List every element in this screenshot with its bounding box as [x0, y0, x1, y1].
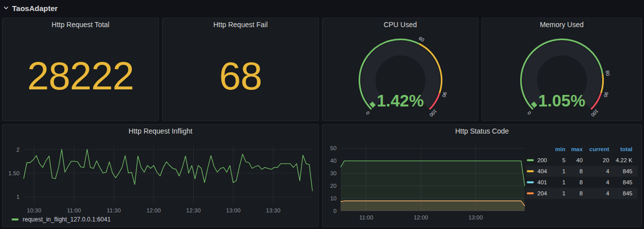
svg-text:80: 80	[604, 70, 611, 76]
svg-text:0: 0	[365, 110, 371, 116]
legend-series-label[interactable]: 200	[526, 155, 552, 166]
svg-text:10:30: 10:30	[27, 207, 41, 213]
svg-text:12:00: 12:00	[146, 207, 161, 213]
legend-row-404[interactable]: 404184845	[526, 166, 637, 177]
svg-text:20: 20	[330, 183, 337, 189]
legend-stat-total: 845	[612, 166, 637, 177]
svg-text:12:00: 12:00	[414, 214, 428, 220]
legend-stat-min: 1	[552, 166, 568, 177]
legend-stat-total: 4.22 K	[612, 155, 637, 166]
legend-header-total[interactable]: total	[612, 145, 637, 155]
panel-title-http-request-total[interactable]: Http Request Total	[3, 18, 158, 31]
legend-rows: 200540204.22 K40418484540118484520418484…	[526, 155, 637, 199]
svg-text:2: 2	[17, 147, 20, 153]
inflight-legend-item[interactable]: request_in_flight_127.0.0.1:6041	[12, 216, 111, 223]
legend-row-204[interactable]: 204184845	[526, 188, 637, 199]
panel-cpu-used: CPU Used 06090100 1.42%	[322, 18, 478, 121]
panel-http-request-inflight: Http Request Inflight 10:3011:0011:3012:…	[2, 124, 319, 227]
dashboard-row-header[interactable]: TaosAdapter	[3, 2, 58, 14]
series-label: request_in_flight_127.0.0.1:6041	[23, 216, 111, 223]
legend-stat-current: 4	[586, 188, 612, 199]
panel-http-request-fail: Http Request Fail 68	[162, 18, 319, 121]
legend-stat-max: 8	[569, 166, 586, 177]
svg-text:1.50: 1.50	[9, 170, 20, 176]
legend-stat-max: 8	[569, 188, 586, 199]
legend-stat-current: 4	[586, 177, 612, 188]
svg-text:13:00: 13:00	[226, 207, 240, 213]
grafana-dashboard: TaosAdapter Http Request Total 28222 Htt…	[0, 0, 644, 229]
stat-value-http-request-fail: 68	[163, 31, 318, 121]
legend-stat-min: 1	[552, 177, 568, 188]
legend-header-min[interactable]: min	[552, 145, 568, 155]
series-color-chip	[12, 218, 19, 220]
panel-title-cpu-used[interactable]: CPU Used	[323, 18, 478, 31]
legend-series-label[interactable]: 404	[526, 166, 552, 177]
series-color-chip	[527, 181, 534, 183]
series-color-chip	[527, 170, 534, 172]
svg-text:11:00: 11:00	[67, 207, 81, 213]
legend-stat-min: 5	[552, 155, 568, 166]
svg-text:10: 10	[330, 195, 337, 201]
series-color-chip	[527, 192, 534, 194]
panel-http-status-code: Http Status Code 11:0012:0013:0001020304…	[322, 124, 642, 227]
panel-memory-used: Memory Used 08090100 1.05%	[481, 18, 642, 121]
panel-http-request-total: Http Request Total 28222	[2, 18, 159, 121]
legend-stat-current: 20	[586, 155, 612, 166]
memory-gauge-wrap: 08090100 1.05%	[482, 31, 641, 121]
legend-row-200[interactable]: 200540204.22 K	[526, 155, 637, 166]
legend-stat-total: 845	[612, 177, 637, 188]
svg-text:0: 0	[526, 110, 532, 116]
svg-text:40: 40	[330, 158, 337, 164]
series-color-chip	[527, 159, 534, 161]
cpu-gauge-value: 1.42%	[323, 91, 478, 110]
status-legend-table: min max current total 200540204.22 K4041…	[526, 145, 637, 199]
legend-series-label[interactable]: 204	[526, 188, 552, 199]
panel-title-http-request-fail[interactable]: Http Request Fail	[163, 18, 318, 31]
panel-title-http-status-code[interactable]: Http Status Code	[323, 125, 641, 138]
svg-text:0: 0	[334, 208, 337, 214]
svg-text:60: 60	[418, 36, 425, 43]
panel-title-http-request-inflight[interactable]: Http Request Inflight	[3, 125, 318, 138]
svg-text:1: 1	[17, 194, 20, 200]
svg-text:13:00: 13:00	[468, 214, 483, 220]
status-code-chart[interactable]: 11:0012:0013:0001020304050	[327, 139, 526, 224]
legend-stat-max: 40	[569, 155, 586, 166]
legend-header-current[interactable]: current	[586, 145, 612, 155]
chevron-down-icon	[3, 5, 9, 11]
legend-stat-max: 8	[569, 177, 586, 188]
cpu-gauge-wrap: 06090100 1.42%	[323, 31, 478, 121]
svg-text:12:30: 12:30	[186, 207, 201, 213]
stat-value-http-request-total: 28222	[3, 31, 158, 121]
svg-text:13:30: 13:30	[266, 207, 281, 213]
memory-gauge-value: 1.05%	[482, 91, 641, 110]
legend-header-max[interactable]: max	[569, 145, 586, 155]
svg-text:11:30: 11:30	[107, 207, 121, 213]
row-title: TaosAdapter	[12, 4, 58, 13]
svg-text:30: 30	[330, 170, 337, 176]
svg-text:11:00: 11:00	[359, 214, 373, 220]
legend-stat-total: 845	[612, 188, 637, 199]
panel-title-memory-used[interactable]: Memory Used	[482, 18, 641, 31]
legend-header-spacer	[526, 145, 552, 155]
legend-stat-min: 1	[552, 188, 568, 199]
legend-row-401[interactable]: 401184845	[526, 177, 637, 188]
legend-header-row: min max current total	[526, 145, 637, 155]
svg-text:50: 50	[330, 145, 337, 151]
legend-series-label[interactable]: 401	[526, 177, 552, 188]
legend-stat-current: 4	[586, 166, 612, 177]
inflight-chart[interactable]: 10:3011:0011:3012:0012:3013:0013:3011.50…	[7, 139, 315, 219]
